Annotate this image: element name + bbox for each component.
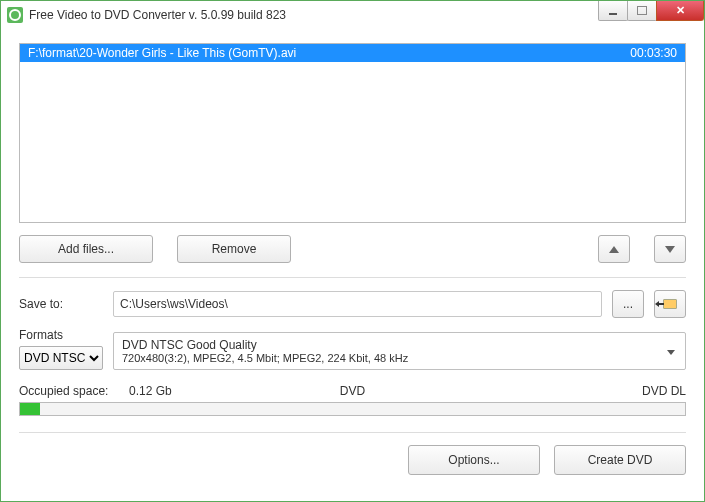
divider (19, 277, 686, 278)
format-detail-line2: 720x480(3:2), MPEG2, 4.5 Mbit; MPEG2, 22… (122, 352, 677, 364)
progress-fill (20, 403, 40, 415)
file-row[interactable]: F:\format\20-Wonder Girls - Like This (G… (20, 44, 685, 62)
dvd-dl-marker-label: DVD DL (642, 384, 686, 398)
app-icon (7, 7, 23, 23)
occupied-progress (19, 402, 686, 416)
browse-button[interactable]: ... (612, 290, 644, 318)
save-to-label: Save to: (19, 297, 103, 311)
add-files-button[interactable]: Add files... (19, 235, 153, 263)
formats-left: Formats DVD NTSC (19, 328, 103, 370)
open-folder-icon (663, 299, 677, 309)
occupied-value: 0.12 Gb (129, 384, 172, 398)
window-title: Free Video to DVD Converter v. 5.0.99 bu… (29, 8, 286, 22)
file-actions-row: Add files... Remove (19, 235, 686, 263)
bottom-buttons: Options... Create DVD (19, 445, 686, 475)
minimize-button[interactable] (598, 1, 628, 21)
formats-label: Formats (19, 328, 103, 342)
create-dvd-button[interactable]: Create DVD (554, 445, 686, 475)
dvd-marker-label: DVD (340, 384, 365, 398)
app-window: Free Video to DVD Converter v. 5.0.99 bu… (0, 0, 705, 502)
open-folder-button[interactable] (654, 290, 686, 318)
maximize-button[interactable] (627, 1, 657, 21)
options-button[interactable]: Options... (408, 445, 540, 475)
save-to-input[interactable] (113, 291, 602, 317)
file-duration: 00:03:30 (630, 46, 677, 60)
format-detail-line1: DVD NTSC Good Quality (122, 338, 677, 352)
occupied-label: Occupied space: (19, 384, 129, 398)
formats-row: Formats DVD NTSC DVD NTSC Good Quality 7… (19, 328, 686, 370)
occupied-labels: Occupied space: 0.12 Gb DVD DVD DL (19, 384, 686, 398)
close-button[interactable] (656, 1, 704, 21)
titlebar[interactable]: Free Video to DVD Converter v. 5.0.99 bu… (1, 1, 704, 29)
chevron-down-icon (667, 344, 675, 358)
move-up-button[interactable] (598, 235, 630, 263)
window-controls (599, 1, 704, 21)
divider-2 (19, 432, 686, 433)
formats-combo[interactable]: DVD NTSC (19, 346, 103, 370)
arrow-down-icon (665, 246, 675, 253)
file-path: F:\format\20-Wonder Girls - Like This (G… (28, 46, 296, 60)
remove-button[interactable]: Remove (177, 235, 291, 263)
content-area: F:\format\20-Wonder Girls - Like This (G… (1, 29, 704, 485)
save-to-row: Save to: ... (19, 290, 686, 318)
arrow-up-icon (609, 246, 619, 253)
occupied-row: Occupied space: 0.12 Gb DVD DVD DL (19, 384, 686, 416)
move-down-button[interactable] (654, 235, 686, 263)
file-list[interactable]: F:\format\20-Wonder Girls - Like This (G… (19, 43, 686, 223)
format-detail-dropdown[interactable]: DVD NTSC Good Quality 720x480(3:2), MPEG… (113, 332, 686, 370)
